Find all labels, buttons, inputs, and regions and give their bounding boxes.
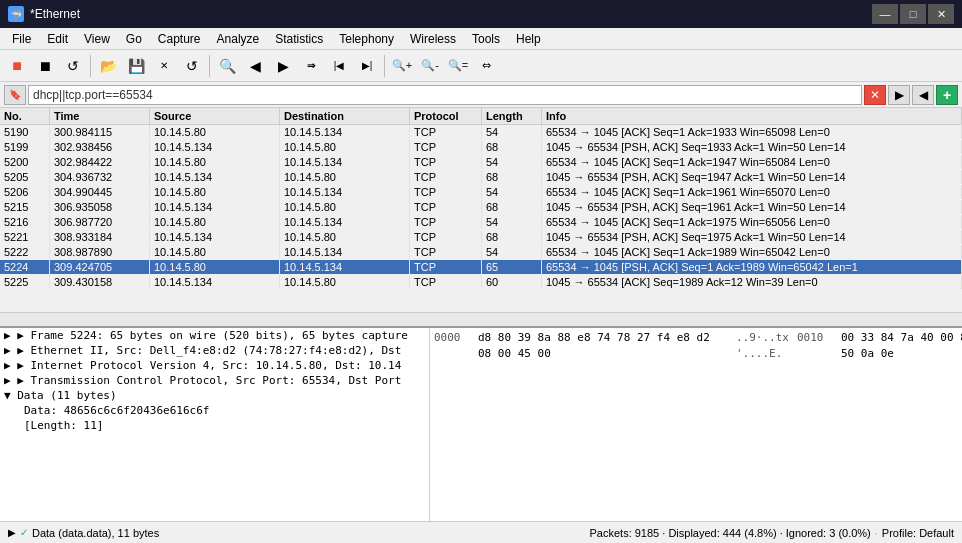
menubar: File Edit View Go Capture Analyze Statis… [0, 28, 962, 50]
table-cell: TCP [410, 275, 482, 289]
col-protocol[interactable]: Protocol [410, 108, 482, 124]
go-forward-button[interactable]: ▶ [270, 53, 296, 79]
table-cell: 10.14.5.80 [150, 215, 280, 229]
resize-columns-button[interactable]: ⇔ [473, 53, 499, 79]
go-last-button[interactable]: ▶| [354, 53, 380, 79]
statusbar-icon-ready: ▶ [8, 527, 16, 538]
titlebar: 🦈 *Ethernet — □ ✕ [0, 0, 962, 28]
main-content: No. Time Source Destination Protocol Len… [0, 108, 962, 521]
close-button[interactable]: ✕ [928, 4, 954, 24]
menu-telephony[interactable]: Telephony [331, 28, 402, 49]
table-cell: 5222 [0, 245, 50, 259]
filter-add-button[interactable]: + [936, 85, 958, 105]
statusbar-icon-check: ✓ [20, 527, 28, 538]
table-cell: 1045 → 65534 [PSH, ACK] Seq=1961 Ack=1 W… [542, 200, 962, 214]
menu-edit[interactable]: Edit [39, 28, 76, 49]
go-to-packet-button[interactable]: ⇒ [298, 53, 324, 79]
table-cell: 68 [482, 170, 542, 184]
table-cell: 10.14.5.134 [150, 140, 280, 154]
table-cell: 10.14.5.134 [150, 170, 280, 184]
close-file-button[interactable]: ✕ [151, 53, 177, 79]
start-capture-button[interactable]: ■ [4, 53, 30, 79]
table-cell: 306.935058 [50, 200, 150, 214]
filter-input[interactable]: dhcp||tcp.port==65534 [28, 85, 862, 105]
table-cell: 10.14.5.134 [280, 260, 410, 274]
hex-bytes: d8 80 39 8a 88 e8 74 78 27 f4 e8 d2 08 0… [478, 330, 728, 519]
separator-1 [90, 55, 91, 77]
zoom-reset-button[interactable]: 🔍= [445, 53, 471, 79]
save-file-button[interactable]: 💾 [123, 53, 149, 79]
go-back-button[interactable]: ◀ [242, 53, 268, 79]
filter-prev-button[interactable]: ◀ [912, 85, 934, 105]
table-cell: 54 [482, 185, 542, 199]
zoom-out-button[interactable]: 🔍- [417, 53, 443, 79]
hex-offset: 0010 [797, 330, 833, 519]
detail-ip[interactable]: ▶ Internet Protocol Version 4, Src: 10.1… [0, 358, 429, 373]
find-button[interactable]: 🔍 [214, 53, 240, 79]
menu-view[interactable]: View [76, 28, 118, 49]
table-cell: 65534 → 1045 [ACK] Seq=1 Ack=1961 Win=65… [542, 185, 962, 199]
col-length[interactable]: Length [482, 108, 542, 124]
minimize-button[interactable]: — [872, 4, 898, 24]
col-info[interactable]: Info [542, 108, 962, 124]
table-cell: 65534 → 1045 [ACK] Seq=1 Ack=1933 Win=65… [542, 125, 962, 139]
restart-capture-button[interactable]: ↺ [60, 53, 86, 79]
table-cell: 10.14.5.134 [150, 200, 280, 214]
statusbar: ▶ ✓ Data (data.data), 11 bytes Packets: … [0, 521, 962, 543]
table-row[interactable]: 5199302.93845610.14.5.13410.14.5.80TCP68… [0, 140, 962, 155]
detail-panel: ▶ Frame 5224: 65 bytes on wire (520 bits… [0, 328, 430, 521]
horizontal-scrollbar[interactable] [0, 312, 962, 326]
table-row[interactable]: 5222308.98789010.14.5.8010.14.5.134TCP54… [0, 245, 962, 260]
titlebar-left: 🦈 *Ethernet [8, 6, 80, 22]
col-time[interactable]: Time [50, 108, 150, 124]
go-first-button[interactable]: |◀ [326, 53, 352, 79]
menu-tools[interactable]: Tools [464, 28, 508, 49]
reload-file-button[interactable]: ↺ [179, 53, 205, 79]
maximize-button[interactable]: □ [900, 4, 926, 24]
table-cell: 10.14.5.80 [280, 230, 410, 244]
table-cell: 300.984115 [50, 125, 150, 139]
table-row[interactable]: 5216306.98772010.14.5.8010.14.5.134TCP54… [0, 215, 962, 230]
menu-analyze[interactable]: Analyze [209, 28, 268, 49]
menu-statistics[interactable]: Statistics [267, 28, 331, 49]
table-cell: 304.936732 [50, 170, 150, 184]
table-cell: 5205 [0, 170, 50, 184]
detail-ethernet[interactable]: ▶ Ethernet II, Src: Dell_f4:e8:d2 (74:78… [0, 343, 429, 358]
table-row[interactable]: 5200302.98442210.14.5.8010.14.5.134TCP54… [0, 155, 962, 170]
table-cell: TCP [410, 230, 482, 244]
menu-capture[interactable]: Capture [150, 28, 209, 49]
table-cell: 10.14.5.80 [280, 275, 410, 289]
col-destination[interactable]: Destination [280, 108, 410, 124]
statusbar-left-text: Data (data.data), 11 bytes [32, 527, 586, 539]
table-row[interactable]: 5225309.43015810.14.5.13410.14.5.80TCP60… [0, 275, 962, 290]
table-cell: 1045 → 65534 [PSH, ACK] Seq=1933 Ack=1 W… [542, 140, 962, 154]
table-row[interactable]: 5190300.98411510.14.5.8010.14.5.134TCP54… [0, 125, 962, 140]
detail-data[interactable]: ▼ Data (11 bytes) [0, 388, 429, 403]
filter-bookmark-button[interactable]: 🔖 [4, 85, 26, 105]
table-row[interactable]: 5205304.93673210.14.5.13410.14.5.80TCP68… [0, 170, 962, 185]
table-row[interactable]: 5206304.99044510.14.5.8010.14.5.134TCP54… [0, 185, 962, 200]
table-cell: 308.987890 [50, 245, 150, 259]
col-source[interactable]: Source [150, 108, 280, 124]
open-file-button[interactable]: 📂 [95, 53, 121, 79]
table-cell: 68 [482, 140, 542, 154]
table-cell: 10.14.5.134 [280, 155, 410, 169]
filter-right-button[interactable]: ▶ [888, 85, 910, 105]
zoom-in-button[interactable]: 🔍+ [389, 53, 415, 79]
menu-file[interactable]: File [4, 28, 39, 49]
menu-go[interactable]: Go [118, 28, 150, 49]
stop-capture-button[interactable]: ⏹ [32, 53, 58, 79]
table-cell: 5216 [0, 215, 50, 229]
statusbar-profile: Profile: Default [882, 527, 954, 539]
table-row[interactable]: 5224309.42470510.14.5.8010.14.5.134TCP65… [0, 260, 962, 275]
table-row[interactable]: 5221308.93318410.14.5.13410.14.5.80TCP68… [0, 230, 962, 245]
detail-frame[interactable]: ▶ Frame 5224: 65 bytes on wire (520 bits… [0, 328, 429, 343]
filter-clear-button[interactable]: ✕ [864, 85, 886, 105]
table-cell: 10.14.5.134 [150, 230, 280, 244]
col-no[interactable]: No. [0, 108, 50, 124]
menu-wireless[interactable]: Wireless [402, 28, 464, 49]
menu-help[interactable]: Help [508, 28, 549, 49]
detail-tcp[interactable]: ▶ Transmission Control Protocol, Src Por… [0, 373, 429, 388]
table-row[interactable]: 5215306.93505810.14.5.13410.14.5.80TCP68… [0, 200, 962, 215]
table-cell: 10.14.5.134 [150, 275, 280, 289]
